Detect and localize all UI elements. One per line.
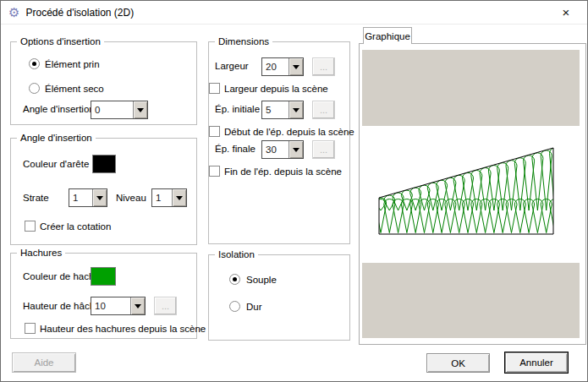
- preview-drawing: [360, 44, 585, 344]
- ep-initiale-combobox[interactable]: 5: [261, 101, 304, 119]
- hatch-height-value: 10: [91, 297, 130, 314]
- ok-button[interactable]: OK: [426, 353, 490, 373]
- hatch-color-swatch[interactable]: [91, 267, 116, 286]
- group-options-insertion-title: Options d'insertion: [17, 36, 104, 46]
- ep-finale-label: Ép. finale: [215, 144, 256, 154]
- edge-color-swatch[interactable]: [92, 155, 116, 173]
- ep-initiale-browse-button: ...: [312, 101, 335, 119]
- group-isolation-title: Isolation: [215, 249, 258, 259]
- group-hachures-title: Hachures: [17, 248, 65, 258]
- titlebar: ⚙ Procédé d'isolation (2D) ×: [1, 1, 587, 25]
- preview-panel: [359, 43, 586, 345]
- niveau-combobox[interactable]: 1: [151, 188, 187, 207]
- radio-element-secondaire[interactable]: [29, 83, 40, 94]
- ep-initiale-label: Ép. initiale: [215, 104, 260, 114]
- radio-element-principal-label: Élément prin: [45, 59, 100, 69]
- strate-combobox[interactable]: 1: [69, 188, 107, 207]
- chevron-down-icon[interactable]: [130, 297, 145, 314]
- cancel-button[interactable]: Annuler: [504, 352, 569, 374]
- strate-label: Strate: [23, 193, 49, 203]
- chevron-down-icon[interactable]: [289, 141, 303, 158]
- radio-dot: [233, 277, 237, 281]
- close-icon[interactable]: ×: [552, 1, 580, 24]
- hatch-height-from-scene-label: Hauteur des hachures depuis la scène: [40, 324, 206, 334]
- hatch-color-label: Couleur de hach: [23, 271, 91, 281]
- chevron-down-icon[interactable]: [289, 101, 303, 118]
- group-isolation: [208, 254, 350, 341]
- chevron-down-icon[interactable]: [289, 58, 303, 75]
- creer-cotation-label: Créer la cotation: [40, 221, 111, 232]
- chevron-down-icon[interactable]: [133, 101, 147, 118]
- angle-insertion-combobox[interactable]: 0: [91, 101, 148, 119]
- angle-insertion-label: Angle d'insertion: [23, 104, 95, 114]
- group-angle-insertion-title: Angle d'insertion: [17, 133, 96, 143]
- hatch-height-label: Hauteur de hâch: [23, 301, 91, 311]
- largeur-value: 20: [262, 58, 289, 75]
- group-dimensions-title: Dimensions: [215, 36, 272, 46]
- ep-initiale-value: 5: [262, 101, 289, 118]
- radio-element-principal[interactable]: [29, 58, 40, 69]
- hatch-height-from-scene-checkbox[interactable]: [25, 323, 36, 334]
- radio-dot: [32, 62, 36, 66]
- largeur-label: Largeur: [215, 61, 249, 71]
- radio-element-secondaire-label: Élément seco: [45, 84, 104, 94]
- tab-graphique[interactable]: Graphique: [363, 27, 412, 44]
- dialog-procede-isolation: ⚙ Procédé d'isolation (2D) × Options d'i…: [0, 0, 588, 382]
- chevron-down-icon[interactable]: [172, 189, 186, 206]
- radio-souple-label: Souple: [246, 275, 277, 285]
- angle-insertion-value: 0: [91, 101, 133, 118]
- ep-initiale-scene-checkbox[interactable]: [209, 126, 220, 137]
- ep-finale-combobox[interactable]: 30: [261, 140, 304, 159]
- ep-initiale-scene-label: Début de l'ép. depuis la scène: [224, 127, 354, 137]
- niveau-value: 1: [152, 189, 172, 206]
- largeur-scene-label: Largeur depuis la scène: [224, 84, 328, 94]
- help-button[interactable]: Aide: [12, 352, 76, 373]
- largeur-combobox[interactable]: 20: [261, 57, 304, 76]
- largeur-browse-button: ...: [312, 57, 335, 76]
- niveau-label: Niveau: [116, 193, 146, 203]
- hatch-height-combobox[interactable]: 10: [91, 297, 146, 315]
- radio-dur-label: Dur: [246, 302, 262, 312]
- largeur-scene-checkbox[interactable]: [209, 83, 220, 94]
- ep-finale-scene-label: Fin de l'ép. depuis la scène: [224, 166, 342, 177]
- strate-value: 1: [69, 189, 92, 206]
- ep-finale-browse-button: ...: [312, 140, 335, 159]
- radio-souple[interactable]: [229, 274, 240, 285]
- chevron-down-icon[interactable]: [92, 189, 107, 206]
- radio-dur[interactable]: [229, 301, 240, 312]
- creer-cotation-checkbox[interactable]: [25, 221, 36, 232]
- ep-finale-value: 30: [262, 141, 289, 158]
- ep-finale-scene-checkbox[interactable]: [209, 166, 220, 177]
- hatch-height-browse-button: ...: [154, 297, 177, 315]
- gear-icon: ⚙: [8, 6, 19, 19]
- window-title: Procédé d'isolation (2D): [25, 7, 134, 19]
- edge-color-label: Couleur d'arête: [23, 159, 89, 169]
